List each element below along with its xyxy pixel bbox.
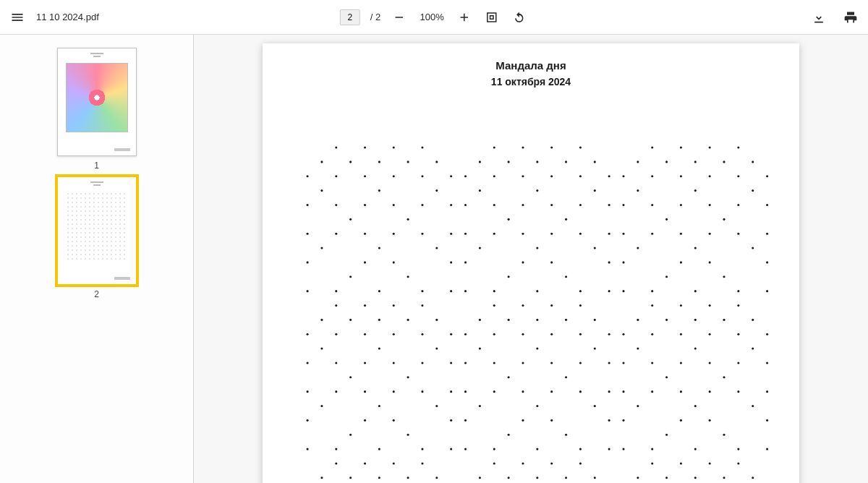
svg-point-21 xyxy=(378,189,380,192)
svg-point-35 xyxy=(421,233,423,235)
svg-point-13 xyxy=(435,161,438,163)
svg-point-6 xyxy=(364,146,366,148)
download-button[interactable] xyxy=(810,9,827,26)
svg-point-149 xyxy=(378,319,380,321)
svg-point-190 xyxy=(522,304,524,307)
svg-point-332 xyxy=(508,476,510,479)
svg-point-54 xyxy=(579,146,582,148)
svg-point-38 xyxy=(378,247,380,249)
svg-point-224 xyxy=(464,419,467,422)
svg-point-278 xyxy=(694,448,697,450)
pdf-toolbar: 11 10 2024.pdf / 2 100% xyxy=(0,0,868,35)
rotate-button[interactable] xyxy=(511,9,528,26)
svg-point-276 xyxy=(622,448,624,450)
svg-point-269 xyxy=(752,405,754,407)
svg-point-7 xyxy=(393,146,395,148)
svg-point-51 xyxy=(493,146,495,148)
svg-point-251 xyxy=(694,348,697,350)
svg-point-373 xyxy=(651,462,653,464)
svg-point-25 xyxy=(364,204,366,206)
svg-point-87 xyxy=(522,261,524,263)
svg-point-15 xyxy=(335,175,337,177)
menu-icon[interactable] xyxy=(9,9,26,26)
svg-point-105 xyxy=(752,161,754,163)
svg-point-222 xyxy=(536,405,538,407)
svg-point-79 xyxy=(522,233,524,235)
svg-point-135 xyxy=(766,261,768,263)
svg-point-74 xyxy=(608,204,610,206)
svg-point-134 xyxy=(709,261,711,263)
zoom-out-button[interactable] xyxy=(391,9,408,26)
svg-point-267 xyxy=(637,405,639,407)
zoom-in-button[interactable] xyxy=(456,9,473,26)
svg-point-34 xyxy=(393,233,395,235)
svg-point-335 xyxy=(594,476,596,479)
svg-point-85 xyxy=(594,247,596,249)
svg-point-189 xyxy=(493,304,495,307)
svg-point-95 xyxy=(579,290,582,292)
svg-point-112 xyxy=(637,189,639,192)
svg-point-164 xyxy=(393,362,395,364)
thumbnail-2-wrap: 2 xyxy=(57,176,137,299)
svg-point-236 xyxy=(680,304,682,307)
fit-page-button[interactable] xyxy=(483,9,501,26)
svg-point-169 xyxy=(307,390,309,393)
page-total-value: 2 xyxy=(375,12,380,22)
svg-point-39 xyxy=(435,247,438,249)
page-number-input[interactable] xyxy=(340,9,360,25)
svg-point-248 xyxy=(737,333,739,335)
svg-point-8 xyxy=(421,146,423,148)
thumb-mini-sub-icon xyxy=(93,184,101,186)
svg-point-91 xyxy=(565,275,567,278)
svg-point-88 xyxy=(550,261,553,263)
svg-point-379 xyxy=(694,476,697,479)
svg-point-230 xyxy=(464,448,467,450)
svg-point-277 xyxy=(651,448,653,450)
svg-point-81 xyxy=(579,233,582,235)
svg-point-203 xyxy=(608,333,610,335)
thumb-mini-title-icon xyxy=(90,181,103,183)
svg-point-206 xyxy=(594,348,596,350)
content-pane[interactable]: Мандала дня 11 октября 2024 xyxy=(194,35,868,483)
svg-point-16 xyxy=(364,175,366,177)
thumbnail-2[interactable] xyxy=(57,176,137,285)
svg-point-61 xyxy=(493,175,495,177)
svg-point-241 xyxy=(694,319,697,321)
svg-point-237 xyxy=(709,304,711,307)
svg-point-378 xyxy=(665,476,668,479)
mandala-dot-pattern xyxy=(292,140,770,483)
svg-point-264 xyxy=(709,390,711,393)
svg-point-207 xyxy=(464,362,467,364)
svg-point-64 xyxy=(579,175,582,177)
svg-point-71 xyxy=(522,204,524,206)
svg-point-68 xyxy=(594,189,596,192)
svg-point-221 xyxy=(479,405,481,407)
svg-point-90 xyxy=(508,275,510,278)
svg-point-153 xyxy=(335,333,337,335)
svg-point-279 xyxy=(737,448,739,450)
svg-point-380 xyxy=(723,476,725,479)
thumb-2-art xyxy=(66,192,128,261)
svg-point-107 xyxy=(651,175,653,177)
svg-point-33 xyxy=(364,233,366,235)
svg-point-180 xyxy=(393,419,395,422)
thumbnail-1[interactable] xyxy=(57,48,137,156)
svg-point-246 xyxy=(680,333,682,335)
svg-point-374 xyxy=(680,462,682,464)
svg-point-99 xyxy=(709,146,711,148)
print-button[interactable] xyxy=(842,9,859,26)
thumbnail-sidebar[interactable]: 1 2 xyxy=(0,35,194,483)
svg-point-93 xyxy=(493,290,495,292)
svg-point-175 xyxy=(320,405,323,407)
svg-point-76 xyxy=(565,218,567,221)
svg-point-233 xyxy=(579,448,582,450)
svg-point-126 xyxy=(709,233,711,235)
svg-point-275 xyxy=(723,434,725,436)
svg-point-77 xyxy=(464,233,467,235)
svg-point-186 xyxy=(378,448,380,450)
svg-point-27 xyxy=(421,204,423,206)
main-area: 1 2 Мандала дня 11 октября 2024 xyxy=(0,35,868,483)
svg-point-243 xyxy=(752,319,754,321)
svg-point-286 xyxy=(349,476,352,479)
zoom-level: 100% xyxy=(418,12,446,22)
